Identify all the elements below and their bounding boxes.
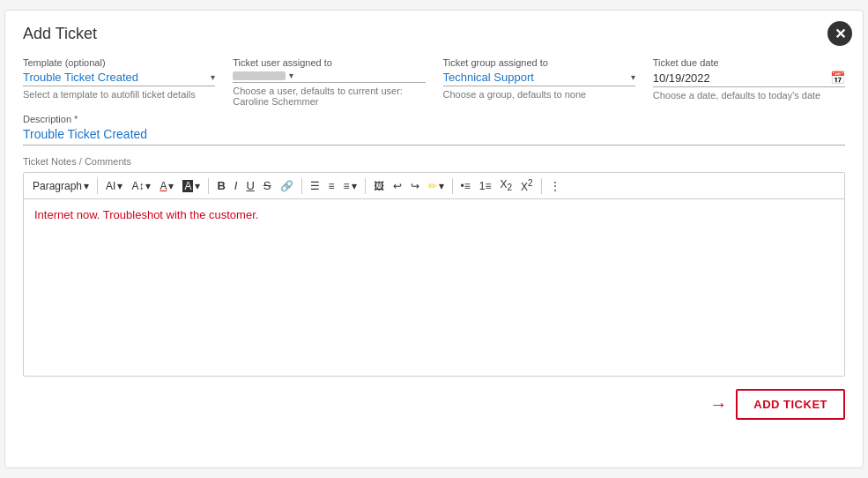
description-value: Trouble Ticket Created — [23, 127, 845, 146]
user-field-group: Ticket user assigned to ▾ Choose a user,… — [233, 57, 425, 107]
ai-button[interactable]: AI ▾ — [102, 178, 126, 194]
subscript-button[interactable]: X2 — [496, 176, 516, 194]
numbered-list-button[interactable]: 1≡ — [476, 178, 495, 194]
underline-button[interactable]: U — [242, 177, 257, 194]
font-size-arrow: ▾ — [145, 180, 151, 192]
bold-button[interactable]: B — [213, 177, 228, 194]
template-field-group: Template (optional) Trouble Ticket Creat… — [23, 57, 215, 107]
user-label: Ticket user assigned to — [233, 57, 425, 68]
bullet-list-button[interactable]: •≡ — [457, 178, 474, 194]
strikethrough-button[interactable]: S — [260, 177, 275, 194]
description-section: Description * Trouble Ticket Created — [23, 114, 845, 146]
dialog-title: Add Ticket — [23, 25, 845, 43]
font-color-arrow: ▾ — [168, 180, 174, 192]
toolbar-sep-2 — [208, 178, 209, 194]
template-select[interactable]: Trouble Ticket Created — [23, 71, 211, 84]
group-dropdown-arrow: ▾ — [631, 72, 635, 82]
toolbar-sep-5 — [452, 178, 453, 194]
ordered-list-icon: ☰ — [310, 180, 320, 192]
undo-button[interactable]: ↩ — [389, 178, 405, 194]
ai-icon: AI — [106, 180, 115, 192]
highlight-button[interactable]: ✏ ▾ — [425, 178, 448, 194]
description-label: Description * — [23, 114, 845, 124]
toolbar-sep-4 — [365, 178, 366, 194]
font-color-icon: A — [160, 180, 167, 192]
add-ticket-dialog: ✕ Add Ticket Template (optional) Trouble… — [4, 10, 864, 468]
user-select-wrap: ▾ — [233, 71, 425, 83]
unordered-list-button[interactable]: ≡ — [325, 178, 338, 194]
toolbar-sep-6 — [541, 178, 542, 194]
user-hint: Choose a user, defaults to current user:… — [233, 86, 425, 107]
group-label: Ticket group assigned to — [443, 57, 635, 68]
more-options-button[interactable]: ⋮ — [546, 178, 564, 194]
user-dropdown-arrow: ▾ — [289, 71, 293, 80]
italic-button[interactable]: I — [231, 177, 241, 194]
align-arrow: ▾ — [352, 180, 357, 192]
editor-content: Internet now. Troubleshot with the custo… — [34, 208, 258, 221]
bg-color-button[interactable]: A ▾ — [179, 178, 204, 194]
notes-section: Ticket Notes / Comments Paragraph ▾ AI ▾… — [23, 156, 845, 377]
font-size-icon: A↕ — [131, 180, 144, 192]
notes-label: Ticket Notes / Comments — [23, 156, 845, 167]
paragraph-selector[interactable]: Paragraph ▾ — [29, 178, 93, 194]
user-placeholder — [233, 71, 286, 80]
superscript-button[interactable]: X2 — [517, 176, 537, 195]
paragraph-dropdown-arrow: ▾ — [84, 180, 89, 192]
numbered-list-icon: 1≡ — [479, 180, 492, 192]
group-field-group: Ticket group assigned to Technical Suppo… — [443, 57, 635, 107]
toolbar-sep-1 — [97, 178, 98, 194]
group-select[interactable]: Technical Support — [443, 71, 631, 84]
align-icon: ≡ — [344, 180, 350, 192]
ordered-list-button[interactable]: ☰ — [307, 178, 323, 194]
ai-arrow: ▾ — [117, 180, 122, 192]
bullet-list-icon: •≡ — [461, 180, 471, 192]
superscript-icon: X2 — [521, 178, 533, 193]
footer-row: → ADD TICKET — [23, 389, 845, 420]
unordered-list-icon: ≡ — [329, 180, 335, 192]
editor-body[interactable]: Internet now. Troubleshot with the custo… — [24, 199, 844, 376]
highlight-arrow: ▾ — [439, 180, 444, 192]
add-ticket-button[interactable]: ADD TICKET — [736, 389, 845, 420]
due-date-field-group: Ticket due date 📅 Choose a date, default… — [653, 57, 845, 107]
redo-button[interactable]: ↪ — [407, 178, 423, 194]
due-date-hint: Choose a date, defaults to today's date — [653, 90, 845, 101]
link-button[interactable]: 🔗 — [277, 178, 297, 194]
template-hint: Select a template to autofill ticket det… — [23, 89, 215, 100]
editor-container: Paragraph ▾ AI ▾ A↕ ▾ A ▾ — [23, 172, 845, 377]
due-date-label: Ticket due date — [653, 57, 845, 68]
due-date-input[interactable] — [653, 71, 830, 85]
link-icon: 🔗 — [280, 180, 293, 192]
template-label: Template (optional) — [23, 57, 215, 68]
calendar-icon[interactable]: 📅 — [830, 71, 845, 85]
editor-toolbar: Paragraph ▾ AI ▾ A↕ ▾ A ▾ — [24, 173, 844, 199]
paragraph-label: Paragraph — [33, 180, 82, 192]
fields-row: Template (optional) Trouble Ticket Creat… — [23, 57, 845, 107]
group-hint: Choose a group, defaults to none — [443, 89, 635, 100]
close-icon: ✕ — [835, 26, 846, 42]
due-date-wrap: 📅 — [653, 71, 845, 87]
font-color-button[interactable]: A ▾ — [156, 178, 177, 194]
highlight-icon: ✏ — [428, 180, 437, 192]
add-ticket-arrow: → — [709, 394, 727, 415]
bg-color-arrow: ▾ — [195, 180, 200, 192]
bg-color-icon: A — [182, 180, 193, 192]
template-dropdown-arrow: ▾ — [211, 72, 215, 82]
group-select-wrap: Technical Support ▾ — [443, 71, 635, 86]
close-button[interactable]: ✕ — [827, 21, 852, 46]
font-size-button[interactable]: A↕ ▾ — [128, 178, 154, 194]
image-button[interactable]: 🖼 — [370, 178, 388, 194]
template-select-wrap: Trouble Ticket Created ▾ — [23, 71, 215, 86]
align-button[interactable]: ≡ ▾ — [340, 178, 360, 194]
toolbar-sep-3 — [301, 178, 302, 194]
image-icon: 🖼 — [374, 180, 384, 192]
subscript-icon: X2 — [500, 178, 512, 192]
